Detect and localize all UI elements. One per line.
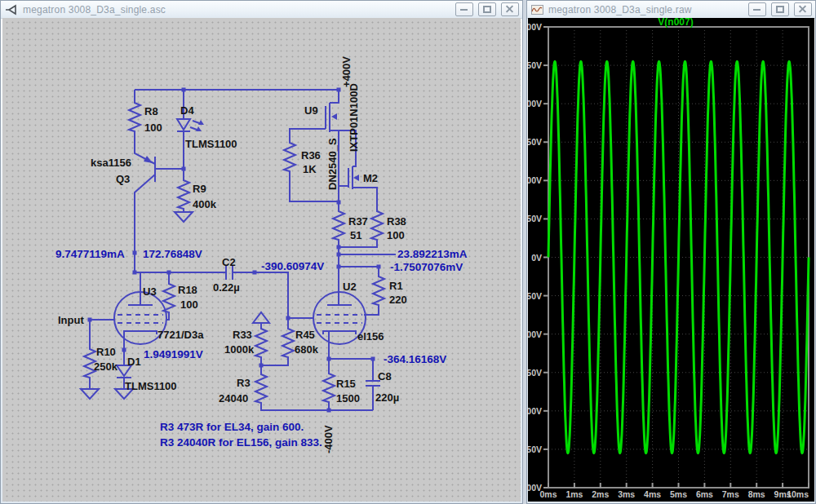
value-M2: DN2540_S	[326, 138, 339, 190]
x-tick-label: 8ms	[748, 489, 765, 499]
y-tick-label: 300V	[528, 22, 542, 32]
x-tick-label: 2ms	[592, 489, 609, 499]
ground-symbol	[175, 212, 193, 222]
x-tick-label: 5ms	[670, 489, 687, 499]
label-U2: U2	[343, 281, 357, 293]
trace-name: V(n007)	[658, 18, 693, 28]
schematic-canvas[interactable]: R8 100 D4 TLMS1100 ksa1156 Q3 R9 400k U9…	[2, 18, 521, 502]
ground-symbol	[81, 389, 99, 399]
label-R10: R10	[96, 346, 116, 358]
minimize-button[interactable]	[748, 2, 766, 16]
restore-icon	[776, 6, 784, 13]
value-R36: 1K	[303, 163, 317, 175]
meas-u3-anode-voltage: 172.76848V	[143, 248, 202, 260]
label-R18: R18	[178, 284, 197, 296]
minimize-icon	[753, 9, 761, 11]
label-R8: R8	[144, 105, 158, 117]
y-tick-label: 150V	[528, 137, 542, 147]
label-U9: U9	[304, 104, 318, 117]
flag-input: Input	[58, 314, 84, 326]
waveform-trace	[548, 61, 809, 453]
close-button[interactable]	[501, 2, 519, 16]
resistor-R8	[129, 100, 140, 133]
restore-button[interactable]	[771, 2, 789, 16]
label-R1: R1	[389, 280, 403, 292]
resistor-R45	[282, 326, 294, 359]
label-D1: D1	[127, 356, 141, 368]
value-U9: IXTP01N100D	[348, 83, 360, 152]
value-Q3: ksa1156	[91, 157, 131, 169]
value-D4: TLMS1100	[185, 138, 237, 150]
ltspice-asc-icon	[5, 3, 18, 16]
x-tick-label: 7ms	[722, 489, 739, 499]
schematic-window: megatron 3008_D3a_single.asc	[0, 0, 523, 504]
meas-u2-anode-voltage: -1.7507076mV	[390, 261, 463, 273]
meas-u3-current: 9.7477119mA	[55, 248, 125, 260]
value-C2: 0.22µ	[213, 281, 240, 294]
restore-button[interactable]	[478, 2, 496, 16]
resistor-R3	[255, 372, 267, 405]
flag-vplus: +400V	[340, 56, 353, 87]
x-tick-label: 4ms	[644, 489, 661, 499]
y-tick-label: -200V	[528, 406, 542, 416]
label-R15: R15	[336, 378, 356, 390]
label-D4: D4	[180, 104, 194, 117]
y-tick-label: 250V	[528, 60, 542, 70]
restore-icon	[483, 6, 491, 13]
value-R3: 24040	[219, 392, 248, 405]
x-tick-label: 3ms	[618, 489, 635, 499]
y-tick-label: -250V	[528, 444, 542, 454]
y-tick-label: -150V	[528, 368, 542, 378]
resistor-R1	[373, 274, 384, 307]
resistor-R9	[178, 178, 189, 210]
close-button[interactable]	[794, 2, 812, 16]
value-D1: TLMS1100	[125, 380, 177, 392]
waveform-titlebar[interactable]: megatron 3008_D3a_single.raw	[527, 1, 815, 19]
x-tick-label: 1ms	[565, 489, 583, 499]
minimize-icon	[460, 9, 468, 11]
waveform-window: megatron 3008_D3a_single.raw 0ms1ms2ms3m…	[526, 0, 816, 504]
label-R3: R3	[237, 377, 251, 389]
resistor-R15	[323, 371, 335, 404]
resistor-R38	[371, 209, 383, 241]
value-R1: 220	[389, 294, 407, 306]
ltspice-raw-icon	[531, 4, 543, 15]
y-tick-label: 100V	[528, 175, 542, 185]
schematic-svg: R8 100 D4 TLMS1100 ksa1156 Q3 R9 400k U9…	[2, 18, 520, 501]
schematic-titlebar[interactable]: megatron 3008_D3a_single.asc	[1, 1, 522, 19]
label-R37: R37	[348, 215, 368, 228]
window-title: megatron 3008_D3a_single.asc	[23, 4, 166, 15]
label-R33: R33	[233, 329, 252, 341]
value-R15: 1500	[336, 392, 360, 405]
meas-u2-cathode-voltage: -364.16168V	[384, 353, 446, 365]
label-U3: U3	[143, 285, 157, 298]
value-R37: 51	[350, 229, 361, 241]
y-tick-label: -300V	[528, 483, 542, 493]
label-R9: R9	[193, 183, 206, 195]
label-C2: C2	[222, 256, 236, 268]
flag-vminus: -400V	[322, 425, 335, 453]
value-R45: 680k	[295, 343, 319, 356]
value-U3: 7721/D3a	[157, 329, 204, 341]
value-U2: el156	[357, 330, 384, 343]
value-R9: 400k	[193, 198, 217, 210]
minimize-button[interactable]	[455, 2, 473, 16]
waveform-plot-area[interactable]: 0ms1ms2ms3ms4ms5ms6ms7ms8ms9ms10ms300V25…	[528, 18, 814, 502]
value-C8: 220µ	[375, 391, 399, 404]
meas-u3-cathode-voltage: 1.9491991V	[144, 348, 203, 360]
x-tick-label: 0ms	[539, 489, 557, 499]
note-line-2: R3 24040R for EL156, gain 833.	[160, 436, 322, 449]
window-title: megatron 3008_D3a_single.raw	[548, 4, 692, 15]
x-tick-label: 6ms	[696, 489, 713, 499]
value-R18: 100	[180, 298, 198, 311]
label-Q3: Q3	[116, 173, 130, 185]
resistor-R33	[255, 326, 267, 359]
value-R38: 100	[387, 229, 405, 241]
y-tick-label: 200V	[528, 99, 542, 108]
label-R36: R36	[301, 149, 321, 161]
label-C8: C8	[378, 370, 392, 382]
y-tick-label: 0V	[531, 253, 542, 263]
y-tick-label: -50V	[528, 291, 542, 301]
label-R45: R45	[295, 329, 315, 341]
meas-u2-current: 23.892213mA	[397, 248, 468, 260]
